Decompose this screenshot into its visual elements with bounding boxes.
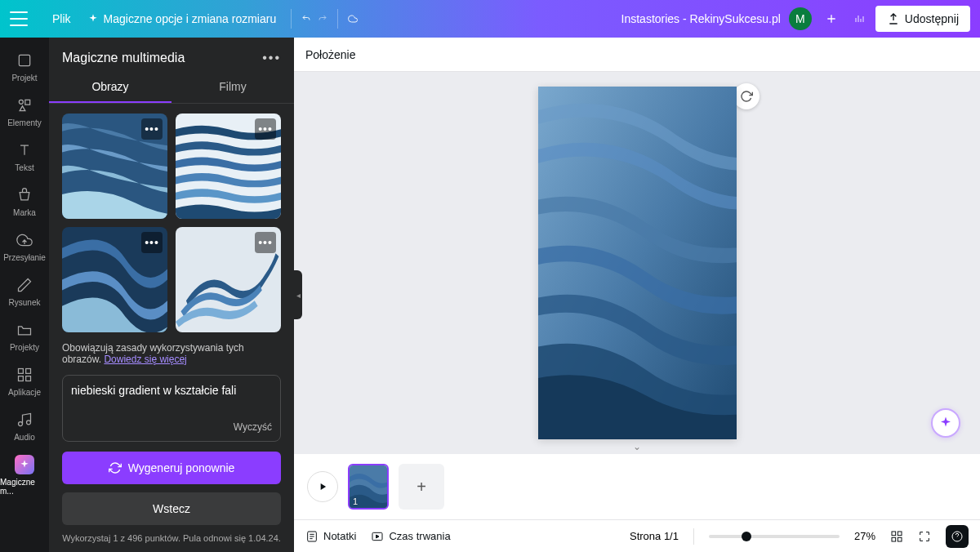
page-number: 1 <box>353 496 358 506</box>
context-toolbar: Położenie <box>294 38 980 72</box>
divider <box>337 9 338 29</box>
canvas-area: Położenie <box>294 38 980 552</box>
svg-rect-17 <box>892 532 896 536</box>
stage[interactable]: ⌄ <box>294 72 980 454</box>
page-thumbnail-1[interactable]: 1 <box>348 464 389 510</box>
svg-rect-4 <box>26 369 31 374</box>
image-options-button[interactable]: ••• <box>255 118 276 140</box>
add-collaborator-button[interactable] <box>820 7 843 30</box>
rail-item-audio[interactable]: Audio <box>0 403 49 448</box>
magic-resize-menu[interactable]: Magiczne opcje i zmiana rozmiaru <box>79 7 285 30</box>
sparkle-icon <box>87 13 99 24</box>
refresh-canvas-button[interactable] <box>733 83 760 109</box>
rail-item-text[interactable]: Tekst <box>0 134 49 179</box>
svg-point-1 <box>19 100 23 104</box>
zoom-label: 27% <box>854 530 875 542</box>
svg-rect-5 <box>19 376 24 381</box>
image-options-button[interactable]: ••• <box>141 232 163 253</box>
svg-rect-18 <box>898 532 902 536</box>
generated-image-3[interactable]: ••• <box>62 227 167 332</box>
learn-more-link[interactable]: Dowiedz się więcej <box>104 354 186 365</box>
svg-rect-20 <box>898 537 902 541</box>
side-panel: Magiczne multimedia ••• Obrazy Filmy ••• <box>49 38 294 552</box>
analytics-icon[interactable] <box>851 11 867 27</box>
pages-strip: 1 + <box>294 454 980 519</box>
rail-item-projects[interactable]: Projekty <box>0 314 49 358</box>
svg-point-8 <box>27 421 31 425</box>
clear-prompt-button[interactable]: Wyczyść <box>71 421 272 433</box>
image-options-button[interactable]: ••• <box>141 118 163 140</box>
divider <box>291 9 292 29</box>
prompt-input[interactable] <box>71 384 272 418</box>
position-button[interactable]: Położenie <box>305 48 356 61</box>
generated-image-2[interactable]: ••• <box>176 114 281 219</box>
prompt-textarea-container: Wyczyść <box>62 375 281 442</box>
notes-button[interactable]: Notatki <box>305 530 356 543</box>
back-button[interactable]: Wstecz <box>62 492 281 525</box>
svg-rect-0 <box>19 55 29 65</box>
project-name[interactable]: Instastories - RekinySukcesu.pl <box>621 12 781 25</box>
svg-point-7 <box>19 422 23 426</box>
footer: Notatki Czas trwania Strona 1/1 27% <box>294 519 980 552</box>
file-menu[interactable]: Plik <box>44 7 79 30</box>
panel-title: Magiczne multimedia <box>62 51 185 65</box>
main-area: Projekt Elementy Tekst Marka Przesyłanie… <box>0 38 980 552</box>
rail-item-design[interactable]: Projekt <box>0 44 49 89</box>
generated-image-4[interactable]: ••• <box>176 227 281 332</box>
svg-rect-6 <box>26 376 31 381</box>
upload-icon <box>887 12 900 25</box>
page-counter: Strona 1/1 <box>630 530 679 542</box>
expand-pages-button[interactable]: ⌄ <box>633 441 641 452</box>
redo-button[interactable] <box>314 11 331 27</box>
zoom-slider-thumb[interactable] <box>742 532 751 541</box>
usage-caption: Obowiązują zasady wykorzystywania tych o… <box>49 342 294 365</box>
topbar: Plik Magiczne opcje i zmiana rozmiaru In… <box>0 0 980 38</box>
generate-button[interactable]: Wygeneruj ponownie <box>62 452 281 484</box>
rail-item-apps[interactable]: Aplikacje <box>0 358 49 403</box>
page-canvas[interactable] <box>538 87 737 439</box>
svg-rect-19 <box>892 537 896 541</box>
left-rail: Projekt Elementy Tekst Marka Przesyłanie… <box>0 38 49 552</box>
clock-icon <box>371 530 384 543</box>
grid-view-button[interactable] <box>890 530 903 543</box>
svg-rect-3 <box>19 369 24 374</box>
rail-item-uploads[interactable]: Przesyłanie <box>0 224 49 269</box>
tab-images[interactable]: Obrazy <box>49 72 172 103</box>
panel-more-button[interactable]: ••• <box>262 51 281 65</box>
image-options-button[interactable]: ••• <box>255 232 276 253</box>
ai-assistant-button[interactable] <box>931 408 960 438</box>
notes-icon <box>305 530 318 543</box>
help-button[interactable] <box>946 525 969 548</box>
duration-button[interactable]: Czas trwania <box>371 530 450 543</box>
menu-icon[interactable] <box>10 11 28 26</box>
avatar[interactable]: M <box>789 7 812 30</box>
fullscreen-button[interactable] <box>918 530 931 543</box>
credits-text: Wykorzystaj 1 z 496 punktów. Pula odnowi… <box>49 525 294 552</box>
share-button[interactable]: Udostępnij <box>875 6 970 32</box>
rail-item-elements[interactable]: Elementy <box>0 89 49 134</box>
rail-item-brand[interactable]: Marka <box>0 179 49 224</box>
add-page-button[interactable]: + <box>399 464 444 510</box>
rail-item-magic-media[interactable]: Magiczne m... <box>0 448 49 502</box>
play-button[interactable] <box>307 471 338 502</box>
refresh-icon <box>109 461 122 474</box>
svg-rect-2 <box>25 100 30 105</box>
rail-item-draw[interactable]: Rysunek <box>0 269 49 314</box>
tab-videos[interactable]: Filmy <box>172 72 294 103</box>
undo-button[interactable] <box>298 11 314 27</box>
cloud-sync-icon[interactable] <box>345 11 361 27</box>
generated-image-1[interactable]: ••• <box>62 114 167 219</box>
zoom-slider[interactable] <box>709 535 840 538</box>
